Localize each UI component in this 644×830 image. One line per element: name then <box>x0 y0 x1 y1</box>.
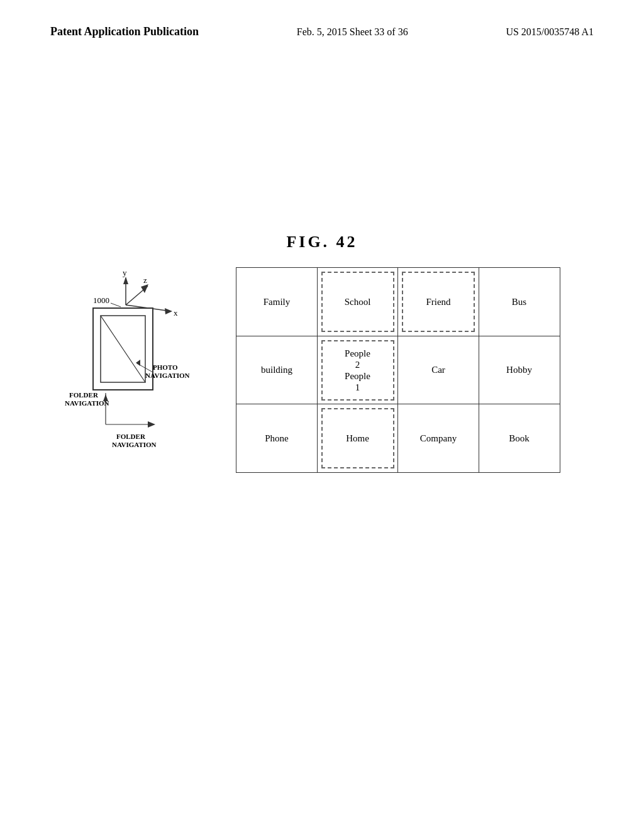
x-axis-label: x <box>174 308 178 318</box>
figure-label: FIG. 42 <box>286 233 357 252</box>
cell-friend: Friend <box>397 267 479 336</box>
svg-marker-19 <box>148 421 155 428</box>
z-axis-label: z <box>143 275 147 285</box>
cell-phone: Phone <box>236 404 318 473</box>
cell-people-content: People 2 People 1 <box>345 348 370 393</box>
svg-marker-1 <box>123 277 128 284</box>
svg-line-6 <box>111 303 121 307</box>
cell-phone-label: Phone <box>265 433 289 444</box>
grid-row-1: Family School Friend Bus <box>236 267 594 336</box>
cell-company-label: Company <box>420 433 457 444</box>
y-axis-label: y <box>123 268 127 277</box>
device-illustration: y z x 1000 PHOTO NAVIGATION <box>50 264 226 472</box>
people-number-2: 2 <box>355 359 360 370</box>
cell-school: School <box>317 267 399 336</box>
folder-nav-bottom-label: FOLDER <box>116 433 146 440</box>
svg-text:NAVIGATION: NAVIGATION <box>145 372 190 379</box>
patent-number-label: US 2015/0035748 A1 <box>506 26 594 38</box>
svg-marker-5 <box>165 308 172 314</box>
svg-marker-17 <box>103 394 108 401</box>
people-label-2: People <box>345 348 370 359</box>
cell-bus: Bus <box>479 267 560 336</box>
cell-hobby: Hobby <box>479 336 560 405</box>
cell-school-label: School <box>345 297 371 307</box>
date-sheet-label: Feb. 5, 2015 Sheet 33 of 36 <box>297 26 408 38</box>
cell-bus-label: Bus <box>512 297 526 307</box>
people-number-1: 1 <box>355 382 360 393</box>
cell-company: Company <box>397 404 479 473</box>
cell-book: Book <box>479 404 560 473</box>
cell-book-label: Book <box>509 433 530 444</box>
cell-car-label: Car <box>431 365 445 375</box>
cell-hobby-label: Hobby <box>506 365 532 375</box>
grid-row-3: Phone Home Company Book <box>236 404 594 473</box>
page-header: Patent Application Publication Feb. 5, 2… <box>0 25 644 38</box>
cell-car: Car <box>397 336 479 405</box>
grid-row-2: building People 2 People 1 Car Hobby <box>236 336 594 405</box>
cell-family-label: Family <box>264 297 291 307</box>
device-label: 1000 <box>93 296 109 305</box>
cell-home-label: Home <box>346 433 369 444</box>
folder-nav-top-label: FOLDER <box>69 391 99 399</box>
photo-nav-label: PHOTO <box>153 363 178 371</box>
svg-marker-3 <box>141 284 148 293</box>
cell-friend-label: Friend <box>426 297 450 307</box>
svg-text:NAVIGATION: NAVIGATION <box>112 441 157 448</box>
cell-building-label: building <box>261 365 292 375</box>
people-label-1: People <box>345 370 370 382</box>
cell-family: Family <box>236 267 318 336</box>
svg-text:NAVIGATION: NAVIGATION <box>65 399 109 407</box>
folder-grid: Family School Friend Bus building <box>236 267 594 473</box>
publication-label: Patent Application Publication <box>50 25 199 38</box>
cell-building: building <box>236 336 318 405</box>
cell-home: Home <box>317 404 399 473</box>
cell-people: People 2 People 1 <box>317 336 399 405</box>
